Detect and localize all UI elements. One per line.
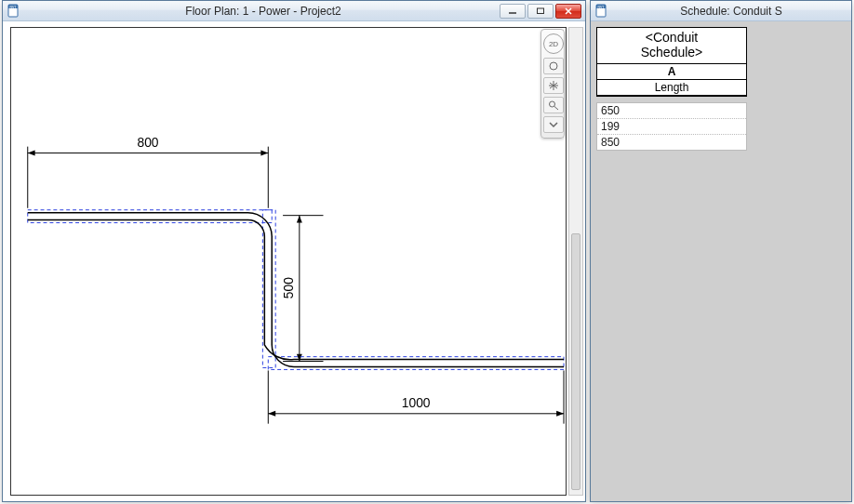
nav-chevron-down-icon[interactable]: [543, 116, 564, 133]
dim-top: 800: [28, 135, 269, 208]
svg-point-17: [550, 101, 555, 107]
zoom-icon[interactable]: [543, 97, 564, 113]
svg-text:RVT: RVT: [10, 5, 18, 8]
viewcube-2d-icon[interactable]: 2D: [543, 33, 564, 54]
canvas-vertical-scrollbar[interactable]: [568, 27, 583, 496]
svg-text:RVT: RVT: [598, 5, 606, 8]
floorplan-titlebar[interactable]: RVT Floor Plan: 1 - Power - Project2: [3, 1, 585, 21]
dim-middle-text: 500: [281, 277, 296, 298]
schedule-column-letter[interactable]: A: [597, 64, 746, 80]
steering-wheel-icon[interactable]: [543, 58, 564, 74]
revit-doc-icon: RVT: [7, 4, 21, 19]
schedule-row[interactable]: 650: [597, 103, 746, 119]
dim-bottom: 1000: [268, 370, 564, 423]
schedule-row[interactable]: 199: [597, 119, 746, 135]
window-controls: [500, 4, 581, 19]
svg-rect-13: [28, 210, 272, 223]
schedule-data-rows: 650 199 850: [596, 102, 747, 151]
schedule-row[interactable]: 850: [597, 135, 746, 150]
conduit-drawing: 800 500 1000: [11, 28, 566, 495]
close-button[interactable]: [555, 4, 581, 19]
svg-rect-15: [268, 357, 564, 370]
dim-bottom-text: 1000: [402, 395, 431, 410]
pan-icon[interactable]: [543, 77, 564, 94]
schedule-window: RVT Schedule: Conduit S <Conduit Schedul…: [590, 0, 852, 502]
revit-doc-icon: RVT: [594, 4, 609, 19]
schedule-titlebar[interactable]: RVT Schedule: Conduit S: [591, 1, 851, 21]
maximize-button[interactable]: [527, 4, 554, 19]
schedule-column-header[interactable]: Length: [597, 80, 746, 96]
floorplan-window: RVT Floor Plan: 1 - Power - Project2: [2, 0, 586, 502]
floorplan-canvas-area: 800 500 1000: [3, 21, 585, 501]
schedule-body: <Conduit Schedule> A Length 650 199 850: [591, 21, 851, 501]
floorplan-title: Floor Plan: 1 - Power - Project2: [27, 5, 500, 18]
scrollbar-thumb[interactable]: [571, 233, 580, 490]
floorplan-canvas[interactable]: 800 500 1000: [10, 27, 567, 496]
navigation-bar: 2D: [540, 29, 565, 139]
svg-line-18: [554, 107, 558, 111]
viewcube-label: 2D: [549, 40, 558, 48]
svg-rect-3: [538, 8, 544, 14]
schedule-header-table: <Conduit Schedule> A Length: [596, 27, 747, 97]
svg-point-16: [550, 62, 557, 70]
dim-top-text: 800: [138, 135, 159, 150]
schedule-title: Schedule: Conduit S: [615, 5, 847, 18]
minimize-button[interactable]: [500, 4, 526, 19]
schedule-table-title: <Conduit Schedule>: [597, 28, 746, 64]
dim-middle: 500: [281, 216, 324, 362]
